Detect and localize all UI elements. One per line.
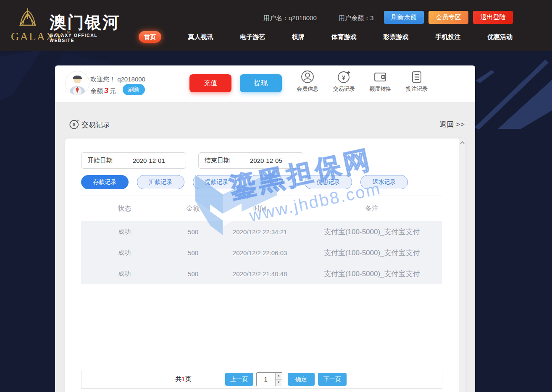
menu-label: 投注记录 <box>402 85 431 93</box>
table-header: 状态 金额 时间 备注 <box>81 196 442 221</box>
logout-button[interactable]: 退出登陆 <box>473 11 513 24</box>
end-date-field[interactable]: 结束日期 <box>198 152 303 169</box>
cell-status: 成功 <box>81 249 168 257</box>
cell-time: 2020/12/2 22:34:21 <box>218 228 302 235</box>
back-arrows-icon: >> <box>456 120 465 128</box>
tab-transfer-records[interactable]: 转账记录 <box>249 175 296 189</box>
transaction-section: ¥ 交易记录 返回 >> 开始日期 结束日期 存款记录 汇款记录 提款记录 转账… <box>55 102 475 392</box>
nav-item-lottery[interactable]: 彩票游戏 <box>384 31 409 43</box>
cell-amount: 500 <box>168 270 218 277</box>
tab-rebate-records[interactable]: 返水记录 <box>360 175 408 189</box>
table-row: 成功 500 2020/12/2 22:06:03 支付宝(100-5000)_… <box>81 242 442 263</box>
balance-text: 余额3元 <box>90 86 116 95</box>
stepper-up-icon[interactable]: ▲ <box>276 373 282 380</box>
nav-item-chess[interactable]: 棋牌 <box>292 31 305 43</box>
col-remark: 备注 <box>302 204 442 213</box>
vip-zone-button[interactable]: 会员专区 <box>428 11 468 24</box>
table-body: 成功 500 2020/12/2 22:34:21 支付宝(100-5000)_… <box>81 221 442 284</box>
menu-quota-transfer[interactable]: 额度转换 <box>365 70 395 93</box>
site-logo[interactable]: GALAXYTM 澳门银河 GALAXY OFFICAL WEBSITE <box>11 5 120 47</box>
cell-remark: 支付宝(100-5000)_支付宝支付 <box>302 227 442 237</box>
menu-member-info[interactable]: 会员信息 <box>293 70 322 93</box>
scroll-up-icon <box>460 141 465 144</box>
top-header: GALAXYTM 澳门银河 GALAXY OFFICAL WEBSITE 用户名… <box>0 0 552 51</box>
start-date-label: 开始日期 <box>87 157 113 165</box>
member-info-icon <box>300 70 315 84</box>
col-amount: 金额 <box>168 204 218 213</box>
svg-text:¥: ¥ <box>73 122 76 127</box>
back-link[interactable]: 返回 >> <box>439 120 465 129</box>
cell-status: 成功 <box>81 270 168 278</box>
table-row: 成功 500 2020/12/2 21:40:48 支付宝(100-5000)_… <box>81 263 442 284</box>
transaction-record-icon: ¥ <box>337 70 351 84</box>
nav-item-slots[interactable]: 电子游艺 <box>240 31 265 43</box>
end-date-label: 结束日期 <box>205 157 230 165</box>
logo-brand-cn: 澳门银河 <box>50 11 120 34</box>
deposit-button[interactable]: 充值 <box>189 74 231 92</box>
bg-stripe <box>475 60 549 130</box>
cell-status: 成功 <box>81 228 168 236</box>
bg-small-quad <box>476 70 494 83</box>
welcome-text: 欢迎您！ q2018000 <box>90 76 145 84</box>
page-total-count: 1 <box>181 375 185 382</box>
pagination: 共1页 上一页 ▲ ▼ 确定 下一页 <box>81 370 442 389</box>
galaxy-fountain-icon <box>17 7 39 29</box>
page-number-input[interactable] <box>257 373 275 386</box>
tab-withdrawal-records[interactable]: 提款记录 <box>193 175 240 189</box>
section-title-row: ¥ 交易记录 返回 >> <box>55 102 475 139</box>
withdraw-button[interactable]: 提现 <box>240 74 282 92</box>
menu-label: 交易记录 <box>329 85 359 93</box>
cell-amount: 500 <box>168 249 218 256</box>
menu-bet-record[interactable]: 投注记录 <box>402 70 431 93</box>
page-number-stepper: ▲ ▼ <box>275 373 282 386</box>
col-status: 状态 <box>81 204 168 213</box>
nav-item-promotions[interactable]: 优惠活动 <box>487 31 513 43</box>
cell-time: 2020/12/2 22:06:03 <box>218 249 302 256</box>
menu-transaction-record[interactable]: ¥ 交易记录 <box>329 70 359 93</box>
records-panel: 开始日期 结束日期 存款记录 汇款记录 提款记录 转账记录 优惠记录 返水记录 … <box>65 139 465 392</box>
logo-subtitle: GALAXY OFFICAL WEBSITE <box>50 33 120 43</box>
prev-page-button[interactable]: 上一页 <box>225 373 253 386</box>
cell-remark: 支付宝(100-5000)_支付宝支付 <box>302 269 442 279</box>
quota-transfer-icon <box>373 70 387 84</box>
start-date-input[interactable] <box>133 157 179 164</box>
menu-label: 会员信息 <box>293 85 322 93</box>
avatar[interactable] <box>65 71 89 95</box>
tab-promo-records[interactable]: 优惠记录 <box>305 175 352 189</box>
header-username: 用户名：q2018000 <box>263 14 317 22</box>
avatar-person-icon <box>66 71 89 95</box>
bg-parallelogram <box>498 80 552 129</box>
balance-value: 3 <box>103 86 110 95</box>
user-panel: 欢迎您！ q2018000 余额3元 刷新 充值 提现 会员信息 ¥ 交易记录 <box>55 65 475 102</box>
next-page-button[interactable]: 下一页 <box>318 373 347 386</box>
start-date-field[interactable]: 开始日期 <box>81 152 186 169</box>
nav-item-sports[interactable]: 体育游戏 <box>331 31 357 43</box>
scrollbar[interactable] <box>459 139 465 392</box>
col-time: 时间 <box>218 204 302 213</box>
cell-amount: 500 <box>168 228 218 235</box>
refresh-balance-button[interactable]: 刷新余额 <box>384 11 424 24</box>
end-date-input[interactable] <box>250 157 296 164</box>
menu-label: 额度转换 <box>365 85 395 93</box>
bet-record-icon <box>410 70 424 84</box>
tab-remittance-records[interactable]: 汇款记录 <box>137 175 184 189</box>
section-transaction-icon: ¥ <box>69 119 80 130</box>
cell-time: 2020/12/2 21:40:48 <box>218 270 302 277</box>
page-number-field: ▲ ▼ <box>256 372 282 386</box>
section-title: 交易记录 <box>81 120 110 130</box>
nav-item-live-casino[interactable]: 真人视讯 <box>188 31 213 43</box>
bg-left-shape <box>0 50 42 101</box>
stepper-down-icon[interactable]: ▼ <box>276 380 282 386</box>
user-menu: 会员信息 ¥ 交易记录 额度转换 投注记录 <box>293 70 431 93</box>
header-balance: 用户余额：3 <box>339 14 373 22</box>
cell-remark: 支付宝(100-5000)_支付宝支付 <box>302 248 442 258</box>
nav-item-mobile-bet[interactable]: 手机投注 <box>435 31 460 43</box>
tab-deposit-records[interactable]: 存款记录 <box>81 175 129 189</box>
confirm-page-button[interactable]: 确定 <box>288 373 315 386</box>
record-tabs: 存款记录 汇款记录 提款记录 转账记录 优惠记录 返水记录 <box>81 175 408 189</box>
svg-text:¥: ¥ <box>342 74 345 81</box>
refresh-balance-pill[interactable]: 刷新 <box>123 84 145 95</box>
nav-item-home[interactable]: 首页 <box>139 31 161 43</box>
main-nav: 首页 真人视讯 电子游艺 棋牌 体育游戏 彩票游戏 手机投注 优惠活动 <box>139 31 513 43</box>
table-row: 成功 500 2020/12/2 22:34:21 支付宝(100-5000)_… <box>81 221 442 242</box>
